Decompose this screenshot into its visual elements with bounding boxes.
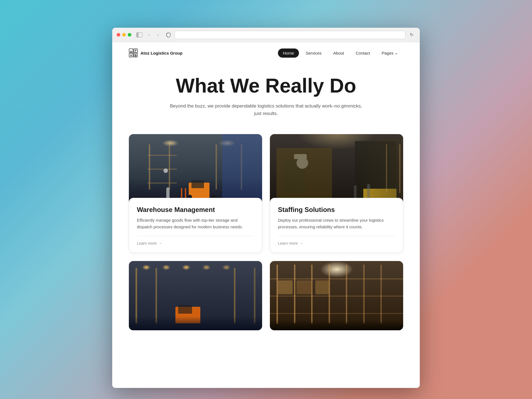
warehouse-learn-more[interactable]: Learn more → [137, 241, 162, 245]
traffic-light-green[interactable] [128, 33, 131, 37]
traffic-light-yellow[interactable] [122, 33, 126, 37]
back-button[interactable]: ‹ [146, 32, 152, 38]
logo-icon [129, 48, 138, 57]
card-divider-2 [278, 236, 395, 236]
bottom-image-left [129, 261, 262, 330]
arrow-icon: → [158, 241, 162, 245]
address-bar-wrapper: ↻ [165, 31, 415, 39]
nav-pages[interactable]: Pages ⌄ [377, 48, 403, 58]
card-divider-1 [137, 236, 254, 236]
nav-links: Home Services About Contact Pages ⌄ [278, 48, 403, 58]
nav-services[interactable]: Services [301, 48, 327, 58]
browser-chrome: ‹ › ↻ [112, 28, 420, 42]
logo-text: Atoz Logistics Group [140, 51, 183, 55]
browser-window: ‹ › ↻ [112, 28, 420, 388]
staffing-learn-more[interactable]: Learn more → [278, 241, 303, 245]
staffing-card-content: Staffing Solutions Deploy our profession… [270, 198, 403, 253]
staffing-card-title: Staffing Solutions [278, 206, 395, 214]
bottom-image-right [270, 261, 403, 330]
hero-section: What We Really Do Beyond the buzz, we pr… [112, 64, 420, 123]
traffic-light-red[interactable] [117, 33, 120, 37]
warehouse-card-title: Warehouse Management [137, 206, 254, 214]
forward-button[interactable]: › [155, 32, 161, 38]
refresh-button[interactable]: ↻ [408, 31, 415, 39]
site-navigation: Atoz Logistics Group Home Services About… [112, 42, 420, 64]
service-card-staffing: Staffing Solutions Deploy our profession… [270, 134, 403, 253]
warehouse-image-1 [129, 134, 262, 203]
hero-title: What We Really Do [129, 75, 403, 97]
warehouse-image-2 [270, 134, 403, 203]
service-card-warehouse: Warehouse Management Efficiently manage … [129, 134, 262, 253]
logo[interactable]: Atoz Logistics Group [129, 48, 183, 57]
website-content: Atoz Logistics Group Home Services About… [112, 42, 420, 388]
security-icon [165, 31, 172, 39]
sidebar-toggle-button[interactable] [136, 32, 142, 37]
warehouse-card-content: Warehouse Management Efficiently manage … [129, 198, 262, 253]
arrow-icon-2: → [300, 241, 303, 245]
nav-home[interactable]: Home [278, 48, 299, 58]
nav-contact[interactable]: Contact [351, 48, 375, 58]
chevron-down-icon: ⌄ [395, 50, 398, 55]
warehouse-card-description: Efficiently manage goods flow with top-t… [137, 217, 254, 231]
nav-about[interactable]: About [328, 48, 349, 58]
bottom-services-row [112, 261, 420, 339]
services-grid: Warehouse Management Efficiently manage … [112, 123, 420, 261]
hero-subtitle: Beyond the buzz, we provide dependable l… [169, 102, 363, 117]
browser-navigation: ‹ › [146, 32, 161, 38]
traffic-lights [117, 33, 131, 37]
staffing-card-description: Deploy our professional crews to streaml… [278, 217, 395, 231]
url-bar[interactable] [175, 31, 405, 39]
